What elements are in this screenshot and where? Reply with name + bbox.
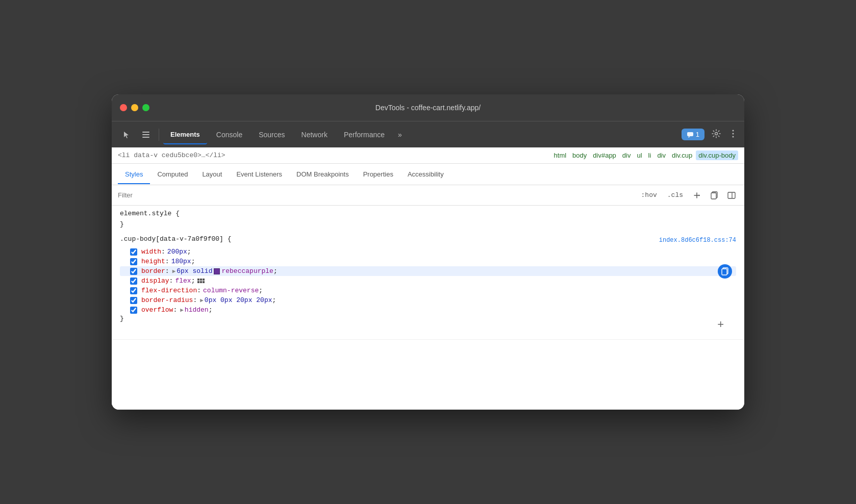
more-tabs-button[interactable]: » — [394, 129, 406, 141]
svg-point-5 — [733, 130, 734, 131]
height-checkbox[interactable] — [130, 258, 137, 265]
breadcrumb-body[interactable]: body — [570, 150, 589, 160]
subtab-dom-breakpoints[interactable]: DOM Breakpoints — [289, 165, 356, 184]
cursor-icon — [122, 130, 131, 139]
tab-network[interactable]: Network — [294, 128, 335, 142]
subtab-computed[interactable]: Computed — [150, 165, 195, 184]
cls-button[interactable]: .cls — [664, 190, 686, 200]
layers-button[interactable] — [137, 127, 155, 143]
border-color-swatch[interactable] — [214, 268, 220, 274]
minimize-button[interactable] — [131, 104, 138, 111]
breadcrumb-div-cup[interactable]: div.cup — [669, 150, 695, 160]
notifications-badge-button[interactable]: 1 — [682, 129, 704, 140]
property-row-overflow: overflow : ▶ hidden ; — [120, 305, 736, 315]
svg-rect-2 — [142, 137, 149, 138]
border-radius-prop-value: 0px 0px 20px 20px — [205, 296, 272, 304]
property-row-height: height : 180px ; — [120, 257, 736, 266]
toggle-sidebar-button[interactable] — [725, 190, 738, 201]
maximize-button[interactable] — [142, 104, 149, 111]
width-prop-value: 200px — [167, 248, 187, 256]
border-checkbox[interactable] — [130, 268, 137, 275]
overflow-arrow[interactable]: ▶ — [180, 307, 184, 313]
layers-icon — [141, 130, 150, 139]
border-radius-arrow[interactable]: ▶ — [200, 297, 204, 304]
hov-button[interactable]: :hov — [638, 190, 660, 200]
element-style-close: } — [120, 219, 736, 229]
subtab-styles[interactable]: Styles — [118, 165, 150, 184]
property-row-flex-direction: flex-direction : column-reverse ; — [120, 286, 736, 295]
border-prop-name: border — [141, 267, 165, 275]
tab-performance[interactable]: Performance — [337, 128, 392, 142]
height-prop-name: height — [141, 258, 165, 265]
cup-body-selector: .cup-body[data-v-7a0f9f00] { — [120, 235, 231, 243]
svg-rect-9 — [711, 193, 716, 199]
tab-elements[interactable]: Elements — [163, 125, 207, 144]
breadcrumb-div-app[interactable]: div#app — [590, 150, 619, 160]
svg-rect-1 — [142, 134, 149, 135]
property-row-display: display : flex ; — [120, 276, 736, 286]
border-prop-value: 6px solid — [177, 267, 212, 275]
traffic-lights — [120, 104, 149, 111]
overflow-checkbox[interactable] — [130, 307, 137, 314]
breadcrumb-div2[interactable]: div — [654, 150, 668, 160]
toolbar-right-actions: 1 — [682, 127, 738, 142]
more-options-button[interactable] — [728, 128, 738, 142]
flex-layout-icon[interactable] — [197, 279, 205, 283]
subtab-accessibility[interactable]: Accessibility — [400, 165, 451, 184]
cup-body-block: .cup-body[data-v-7a0f9f00] { index.8d6c6… — [112, 231, 744, 340]
add-rule-button[interactable] — [690, 190, 703, 201]
svg-point-7 — [733, 136, 734, 137]
flex-direction-checkbox[interactable] — [130, 287, 137, 294]
element-style-block: element.style { } — [112, 206, 744, 231]
overflow-prop-value: hidden — [185, 306, 209, 314]
display-prop-name: display — [141, 277, 169, 285]
title-bar: DevTools - coffee-cart.netlify.app/ — [112, 94, 744, 121]
message-icon — [687, 131, 694, 138]
display-prop-value: flex — [175, 277, 191, 285]
svg-rect-3 — [687, 132, 693, 136]
subtab-event-listeners[interactable]: Event Listeners — [229, 165, 289, 184]
border-color-value: rebeccapurple — [221, 267, 273, 275]
filter-input[interactable] — [118, 191, 638, 199]
breadcrumb-div-cup-body[interactable]: div.cup-body — [696, 150, 738, 160]
border-arrow[interactable]: ▶ — [172, 268, 176, 274]
border-radius-checkbox[interactable] — [130, 297, 137, 304]
close-button[interactable] — [120, 104, 127, 111]
svg-point-6 — [733, 133, 734, 134]
breadcrumb-li[interactable]: li — [646, 150, 654, 160]
settings-button[interactable] — [708, 127, 725, 142]
overflow-prop-name: overflow — [141, 306, 173, 314]
element-style-selector: element.style { — [120, 210, 736, 217]
tab-console[interactable]: Console — [209, 128, 249, 142]
copy-styles-button[interactable] — [708, 190, 721, 201]
layout-icon — [727, 191, 736, 199]
toolbar-separator — [159, 129, 159, 141]
more-options-icon — [732, 130, 734, 138]
width-checkbox[interactable] — [130, 248, 137, 256]
flex-direction-prop-value: column-reverse — [203, 287, 259, 294]
cursor-tool-button[interactable] — [118, 127, 135, 143]
svg-rect-0 — [142, 132, 149, 133]
property-row-border-radius: border-radius : ▶ 0px 0px 20px 20px ; — [120, 295, 736, 305]
filter-actions: :hov .cls — [638, 190, 738, 201]
styles-sub-tabs: Styles Computed Layout Event Listeners D… — [112, 164, 744, 185]
subtab-properties[interactable]: Properties — [356, 165, 400, 184]
badge-count: 1 — [696, 131, 699, 138]
flex-direction-prop-name: flex-direction — [141, 287, 197, 294]
window-title: DevTools - coffee-cart.netlify.app/ — [375, 104, 481, 112]
breadcrumb-div[interactable]: div — [620, 150, 634, 160]
devtools-toolbar: Elements Console Sources Network Perform… — [112, 121, 744, 147]
subtab-layout[interactable]: Layout — [195, 165, 229, 184]
display-checkbox[interactable] — [130, 278, 137, 285]
breadcrumb-ul[interactable]: ul — [634, 150, 644, 160]
tab-sources[interactable]: Sources — [251, 128, 292, 142]
breadcrumb-ellipsis: <li data-v cedu5bce0>…</li> — [118, 152, 225, 159]
cup-body-file-link[interactable]: index.8d6c6f18.css:74 — [659, 237, 736, 244]
height-prop-value: 180px — [171, 258, 191, 265]
breadcrumb-html[interactable]: html — [551, 150, 569, 160]
copy-icon — [710, 191, 718, 199]
svg-rect-13 — [722, 269, 727, 275]
add-rule-btn[interactable]: + — [709, 316, 732, 333]
element-style-text: element.style { — [120, 210, 180, 217]
border-radius-prop-name: border-radius — [141, 296, 193, 304]
